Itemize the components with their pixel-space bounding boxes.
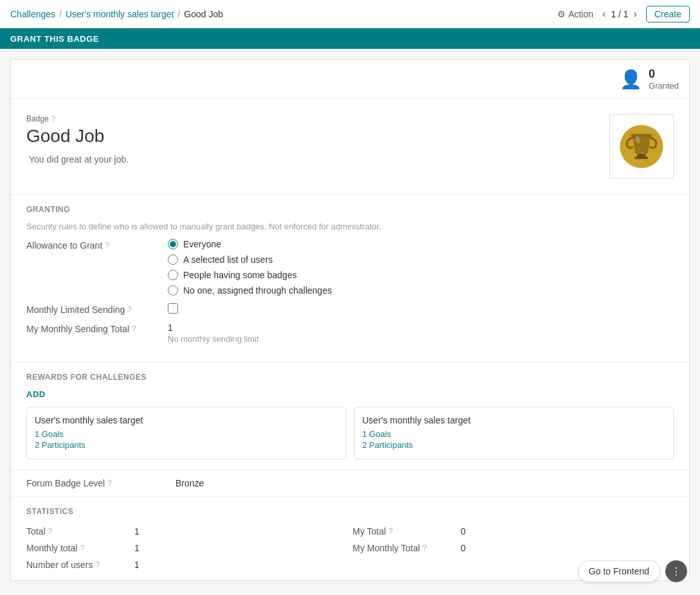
breadcrumb-sep1: / — [59, 9, 62, 19]
statistics-grid: Total ? 1 Monthly total ? 1 Number of us… — [26, 526, 674, 570]
challenge-participants-1[interactable]: 2 Participants — [35, 440, 338, 450]
radio-selected-input[interactable] — [168, 254, 178, 265]
allowance-label: Allowance to Grant ? — [26, 239, 168, 251]
badge-description: You did great at your job. — [29, 154, 129, 164]
monthly-limited-help-icon: ? — [127, 305, 132, 314]
badge-name: Good Job — [26, 126, 129, 147]
radio-selected[interactable]: A selected list of users — [168, 254, 674, 265]
radio-everyone[interactable]: Everyone — [168, 239, 674, 249]
radio-some-badges[interactable]: People having some badges — [168, 270, 674, 280]
breadcrumb-monthly-sales[interactable]: User's monthly sales target — [66, 9, 174, 19]
monthly-limited-checkbox-label[interactable] — [168, 303, 674, 314]
prev-button[interactable]: ‹ — [600, 7, 608, 21]
stat-total-help: ? — [48, 527, 53, 536]
granted-info: 0 Granted — [649, 67, 679, 91]
stat-monthly-total-value: 1 — [134, 543, 139, 553]
stat-my-total-label: My Total ? — [353, 526, 456, 537]
next-button[interactable]: › — [631, 7, 640, 21]
monthly-limited-row: Monthly Limited Sending ? — [26, 303, 674, 315]
radio-no-one-input[interactable] — [168, 285, 178, 296]
allowance-options: Everyone A selected list of users People… — [168, 239, 674, 296]
radio-some-badges-label: People having some badges — [183, 270, 297, 280]
granted-header: 👤 0 Granted — [11, 60, 689, 99]
go-to-frontend-button[interactable]: Go to Frontend — [578, 560, 660, 582]
badge-section: Badge ? Good Job You did great at your j… — [11, 99, 689, 195]
stat-total-value: 1 — [134, 526, 139, 537]
breadcrumb-sep2: / — [177, 9, 180, 19]
svg-rect-3 — [635, 157, 649, 159]
stats-left: Total ? 1 Monthly total ? 1 Number of us… — [26, 526, 348, 570]
topbar-right: ⚙ Action ‹ 1 / 1 › Create — [557, 6, 690, 22]
allowance-help-icon: ? — [105, 241, 109, 250]
badge-help-icon: ? — [51, 114, 56, 123]
radio-selected-label: A selected list of users — [183, 254, 273, 265]
granting-section: GRANTING Security rules to define who is… — [11, 195, 689, 362]
gear-icon: ⚙ — [557, 9, 566, 19]
my-monthly-sending-label: My Monthly Sending Total ? — [26, 323, 168, 334]
my-monthly-sending-value: 1 — [168, 323, 674, 333]
person-icon: 👤 — [620, 69, 642, 90]
stat-total: Total ? 1 — [26, 526, 348, 537]
grant-badge-button[interactable]: GRANT THIS BADGE — [10, 34, 99, 44]
monthly-limited-checkbox[interactable] — [168, 303, 178, 314]
stat-my-total-help: ? — [388, 527, 393, 536]
radio-some-badges-input[interactable] — [168, 270, 178, 280]
rewards-section: REWARDS FOR CHALLENGES ADD User's monthl… — [11, 362, 689, 470]
grant-bar: GRANT THIS BADGE — [0, 28, 700, 49]
radio-no-one[interactable]: No one, assigned through challenges — [168, 285, 674, 296]
forum-badge-value: Bronze — [175, 478, 204, 488]
radio-everyone-label: Everyone — [183, 239, 221, 249]
challenge-cards: User's monthly sales target 1 Goals 2 Pa… — [26, 407, 674, 459]
challenge-card-2: User's monthly sales target 1 Goals 2 Pa… — [354, 407, 674, 459]
challenge-title-2: User's monthly sales target — [363, 415, 666, 425]
forum-badge-label: Forum Badge Level ? — [26, 478, 168, 488]
more-icon: ⋮ — [671, 565, 681, 578]
badge-field-label: Badge ? — [26, 114, 129, 123]
more-options-button[interactable]: ⋮ — [665, 560, 687, 582]
stat-total-label: Total ? — [26, 526, 129, 537]
stat-monthly-total-label: Monthly total ? — [26, 543, 129, 553]
challenge-title-1: User's monthly sales target — [35, 415, 338, 425]
challenge-goals-2[interactable]: 1 Goals — [363, 429, 666, 439]
my-monthly-sending-help-icon: ? — [132, 324, 136, 333]
granted-box: 👤 0 Granted — [620, 67, 679, 91]
stat-my-monthly-total-label: My Monthly Total ? — [353, 543, 456, 553]
challenge-card-1: User's monthly sales target 1 Goals 2 Pa… — [26, 407, 346, 459]
bottom-float: Go to Frontend ⋮ — [578, 560, 687, 582]
stat-my-monthly-total-help: ? — [422, 544, 427, 553]
main-card: 👤 0 Granted Badge ? Good Job You did gre… — [10, 59, 690, 581]
topbar: Challenges / User's monthly sales target… — [0, 0, 700, 28]
challenge-goals-1[interactable]: 1 Goals — [35, 429, 338, 439]
forum-badge-row: Forum Badge Level ? Bronze — [11, 470, 689, 497]
svg-rect-1 — [631, 134, 652, 136]
breadcrumb-challenges[interactable]: Challenges — [10, 9, 55, 19]
granting-note: Security rules to define who is allowed … — [26, 222, 674, 231]
stat-monthly-help: ? — [80, 544, 84, 553]
statistics-title: STATISTICS — [26, 507, 674, 516]
stat-num-users-value: 1 — [134, 560, 139, 570]
svg-rect-2 — [637, 155, 646, 157]
main-content: 👤 0 Granted Badge ? Good Job You did gre… — [0, 49, 700, 591]
breadcrumb: Challenges / User's monthly sales target… — [10, 9, 223, 19]
radio-no-one-label: No one, assigned through challenges — [183, 285, 332, 296]
action-button[interactable]: ⚙ Action — [557, 9, 593, 19]
granted-count: 0 — [649, 67, 679, 81]
my-monthly-sending-note: No monthly sending limit — [168, 334, 674, 344]
breadcrumb-current: Good Job — [184, 9, 223, 19]
my-monthly-sending-row: My Monthly Sending Total ? 1 No monthly … — [26, 323, 674, 344]
stat-num-users-label: Number of users ? — [26, 560, 129, 570]
stat-my-total: My Total ? 0 — [353, 526, 674, 537]
rewards-title: REWARDS FOR CHALLENGES — [26, 373, 674, 382]
my-monthly-sending-value-container: 1 No monthly sending limit — [168, 323, 674, 344]
challenge-participants-2[interactable]: 2 Participants — [363, 440, 666, 450]
add-button[interactable]: ADD — [26, 389, 46, 399]
pagination: ‹ 1 / 1 › — [600, 7, 640, 21]
stat-my-total-value: 0 — [461, 526, 466, 537]
badge-image — [609, 114, 674, 179]
create-button[interactable]: Create — [646, 6, 690, 22]
radio-everyone-input[interactable] — [168, 239, 178, 249]
monthly-limited-label: Monthly Limited Sending ? — [26, 303, 168, 315]
stat-my-monthly-total-value: 0 — [461, 543, 466, 553]
forum-badge-help-icon: ? — [107, 479, 112, 488]
stat-num-users: Number of users ? 1 — [26, 560, 348, 570]
